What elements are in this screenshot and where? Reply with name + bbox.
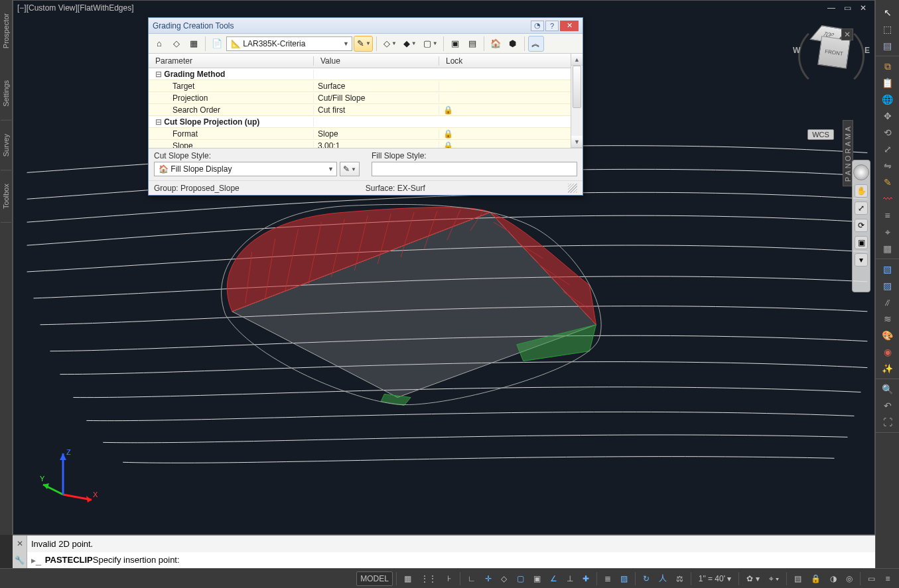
annotation-scale-toggle[interactable]: ⚖ <box>672 571 687 586</box>
param-value[interactable]: Surface <box>314 82 439 91</box>
osnap-toggle[interactable]: ▢ <box>513 571 528 586</box>
scroll-thumb[interactable] <box>573 66 581 108</box>
cut-slope-style-combo[interactable]: 🏠 Fill Slope Display ▼ <box>154 162 337 176</box>
viewcube[interactable]: W E TOP FRONT WCS <box>792 14 870 140</box>
materials-icon[interactable]: ◉ <box>879 345 896 359</box>
corridor-icon[interactable]: ≋ <box>879 312 896 326</box>
dialog-titlebar[interactable]: Grading Creation Tools ◔ ? ✕ <box>149 18 583 34</box>
hardware-accel-toggle[interactable]: ◑ <box>826 571 841 586</box>
grading-tools-button[interactable]: ▢▼ <box>420 36 440 52</box>
grid-display-toggle[interactable]: ▦ <box>400 571 415 586</box>
tab-settings[interactable]: Settings <box>1 67 11 121</box>
param-value[interactable]: 3.00:1 <box>314 141 439 148</box>
zoom-all-icon[interactable]: ⛶ <box>879 415 896 430</box>
command-options-button[interactable]: 🔧 <box>13 552 27 569</box>
grading-properties-button[interactable]: ▤ <box>464 36 480 52</box>
mirror-icon[interactable]: ⇋ <box>879 158 896 173</box>
navbar-expand-button[interactable]: ▾ <box>855 253 868 266</box>
lock-ui-toggle[interactable]: 🔒 <box>807 571 825 586</box>
zoom-extents-button[interactable]: ⤢ <box>855 202 868 215</box>
group-cut-slope-projection[interactable]: Cut Slope Projection (up) <box>149 116 571 128</box>
rotate-icon[interactable]: ⟲ <box>879 125 896 140</box>
align-icon[interactable]: ≡ <box>879 208 896 223</box>
row-target[interactable]: Target Surface <box>149 80 571 92</box>
isolate-objects-button[interactable]: ◎ <box>842 571 857 586</box>
surface-icon[interactable]: ▨ <box>879 278 896 293</box>
steering-wheel-button[interactable] <box>853 164 869 180</box>
showmotion-button[interactable]: ▣ <box>855 236 868 249</box>
profile-icon[interactable]: ⫽ <box>879 295 896 310</box>
tab-survey[interactable]: Survey <box>1 121 11 170</box>
create-surface-button[interactable]: ⬢ <box>505 36 521 52</box>
param-value[interactable]: Slope <box>314 129 439 139</box>
dialog-close-button[interactable]: ✕ <box>560 21 579 31</box>
dynamic-ucs-toggle[interactable]: ⊥ <box>563 571 577 586</box>
polar-tracking-toggle[interactable]: ✛ <box>481 571 496 586</box>
header-lock[interactable]: Lock <box>439 56 571 66</box>
compass-west-label[interactable]: W <box>793 46 800 55</box>
panorama-close-button[interactable]: ✕ <box>841 29 853 40</box>
clean-screen-toggle[interactable]: ▭ <box>864 571 879 586</box>
render-icon[interactable]: ✨ <box>879 361 896 376</box>
customization-button[interactable]: ≡ <box>880 571 895 586</box>
command-close-button[interactable]: ✕ <box>13 536 27 552</box>
cut-slope-style-edit-button[interactable]: ✎▼ <box>340 162 360 176</box>
osnap-tracking-toggle[interactable]: ∠ <box>546 571 561 586</box>
param-value[interactable]: Cut/Fill Slope <box>314 93 439 103</box>
selection-cycling-toggle[interactable]: ↻ <box>639 571 654 586</box>
lock-icon[interactable]: 🔒 <box>439 141 571 148</box>
isodraft-toggle[interactable]: ◇ <box>497 571 512 586</box>
header-parameter[interactable]: Parameter <box>149 56 314 66</box>
wcs-badge[interactable]: WCS <box>807 129 834 140</box>
annotation-scale-button[interactable]: 1" = 40' ▾ <box>695 571 736 586</box>
dynamic-input-toggle[interactable]: ✚ <box>579 571 593 586</box>
param-value[interactable]: Cut first <box>314 105 439 115</box>
group-grading-method[interactable]: Grading Method <box>149 68 571 80</box>
criteria-edit-button[interactable]: ✎▼ <box>354 36 373 52</box>
row-slope[interactable]: Slope 3.00:1 🔒 <box>149 140 571 148</box>
transparency-toggle[interactable]: ▨ <box>616 571 632 586</box>
zoom-previous-icon[interactable]: ↶ <box>879 398 896 413</box>
copy-icon[interactable]: ⧉ <box>879 59 896 74</box>
grading-group-properties-button[interactable]: 🏠 <box>488 36 504 52</box>
scale-icon[interactable]: ⤢ <box>879 142 896 156</box>
globe-icon[interactable]: 🌐 <box>879 92 896 107</box>
select-criteria-set-button[interactable]: 📄 <box>209 36 225 52</box>
grid-icon[interactable]: ▦ <box>879 241 896 256</box>
zoom-window-icon[interactable]: 🔍 <box>879 382 896 396</box>
tab-toolbox[interactable]: Toolbox <box>1 170 11 223</box>
infer-constraints-toggle[interactable]: ⊦ <box>442 571 456 586</box>
header-value[interactable]: Value <box>314 56 439 66</box>
lock-icon[interactable]: 🔒 <box>439 129 571 139</box>
criteria-combo[interactable]: 📐 LAR385K-Criteria ▼ <box>226 36 352 51</box>
create-grading-button[interactable]: ◇▼ <box>380 36 399 52</box>
palette-icon[interactable]: 🎨 <box>879 328 896 343</box>
paste-icon[interactable]: 📋 <box>879 76 896 90</box>
ortho-toggle[interactable]: ∟ <box>464 571 480 586</box>
tab-prospector[interactable]: Prospector <box>1 0 11 67</box>
compass-east-label[interactable]: E <box>864 46 870 55</box>
section-icon[interactable]: ▧ <box>879 262 896 276</box>
lock-icon[interactable]: 🔒 <box>439 105 571 115</box>
viewcube-front-face[interactable]: FRONT <box>817 36 851 69</box>
set-grading-layer-button[interactable]: ▦ <box>186 36 202 52</box>
dialog-resize-grip[interactable] <box>568 184 577 193</box>
grading-volume-tools-button[interactable]: ▣ <box>447 36 463 52</box>
scroll-up-button[interactable]: ▲ <box>571 54 583 66</box>
scroll-down-button[interactable]: ▼ <box>571 136 583 148</box>
fill-slope-style-combo[interactable] <box>372 162 577 176</box>
set-grading-group-button[interactable]: ⌂ <box>151 36 167 52</box>
row-format[interactable]: Format Slope 🔒 <box>149 128 571 140</box>
snap-mode-toggle[interactable]: ⋮⋮ <box>417 571 441 586</box>
property-grid-scrollbar[interactable]: ▲ ▼ <box>571 54 583 148</box>
units-button[interactable]: ⌖ ▾ <box>765 571 783 586</box>
dialog-help-button[interactable]: ? <box>545 21 559 31</box>
command-input-line[interactable]: ▸_ PASTECLIP Specify insertion point: <box>27 552 875 569</box>
orbit-button[interactable]: ⟳ <box>855 219 868 232</box>
edit-grading-button[interactable]: ◆▼ <box>400 36 419 52</box>
annotation-monitor-toggle[interactable]: 人 <box>655 571 671 586</box>
select-icon[interactable]: ⬚ <box>879 22 896 36</box>
layer-icon[interactable]: ▤ <box>879 38 896 53</box>
expand-collapse-button[interactable]: ︽ <box>528 36 544 52</box>
row-search-order[interactable]: Search Order Cut first 🔒 <box>149 104 571 116</box>
